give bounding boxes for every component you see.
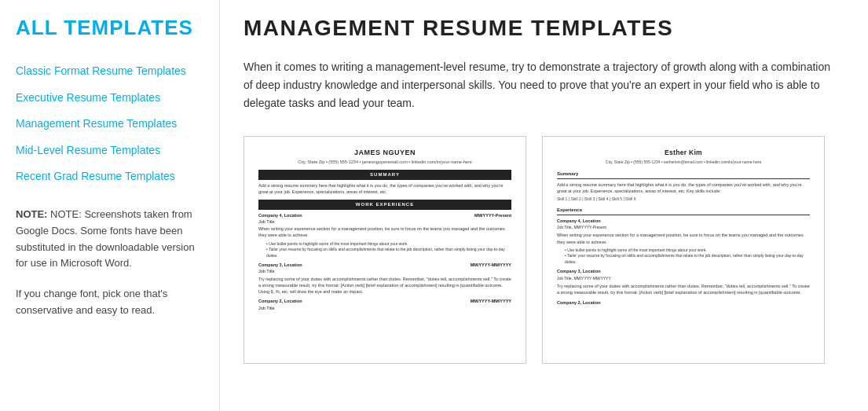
esther-name: Esther Kim [557,148,810,158]
james-job-0: Company 4, LocationJob Title MM/YYYY-Pre… [258,212,511,226]
template-card-james[interactable]: JAMES NGUYEN City, State Zip • (555) 555… [244,136,526,364]
james-job-2: Company 2, LocationJob Title MM/YYYY-MM/… [258,298,511,311]
sidebar-item-midlevel[interactable]: Mid-Level Resume Templates [16,143,203,159]
james-bullet-0: Use bullet points to highlight some of t… [266,241,511,248]
sidebar-link-classic[interactable]: Classic Format Resume Templates [16,64,203,79]
page-title: MANAGEMENT RESUME TEMPLATES [244,16,844,41]
esther-job-0: Company 4, Location [557,218,810,224]
sidebar-item-management[interactable]: Management Resume Templates [16,116,203,132]
sidebar-link-midlevel[interactable]: Mid-Level Resume Templates [16,143,203,159]
main-content: MANAGEMENT RESUME TEMPLATES When it come… [220,0,868,411]
sidebar-nav: Classic Format Resume Templates Executiv… [16,64,203,185]
sidebar-item-classic[interactable]: Classic Format Resume Templates [16,64,203,79]
esther-job-2: Company 2, Location [557,299,810,306]
esther-exp-body2: Try replacing some of your duties with a… [557,283,810,296]
esther-job0-company: Company 4, Location [557,218,601,224]
template-preview-james: JAMES NGUYEN City, State Zip • (555) 555… [244,137,526,363]
james-summary-text: Add a strong resume summary here that hi… [258,182,511,196]
sidebar-link-recentgrad[interactable]: Recent Grad Resume Templates [16,169,203,185]
sidebar-item-recentgrad[interactable]: Recent Grad Resume Templates [16,169,203,185]
esther-bullet-0: Use bullet points to highlight some of t… [565,248,810,254]
james-contact: City, State Zip • (555) 555-1234 • james… [258,159,511,165]
esther-summary-text: Add a strong resume summary here that hi… [557,182,810,195]
esther-job1-title: Job Title, MM/YYYY-MM/YYYY [557,276,810,282]
esther-exp-body: When writing your experience section for… [557,232,810,245]
james-job1-date: MM/YYYY-MM/YYYY [471,262,511,275]
james-bullet-1: Tailor your resume by focusing on skills… [266,247,511,259]
sidebar-link-executive[interactable]: Executive Resume Templates [16,90,203,106]
james-job1-company: Company 3, LocationJob Title [258,262,302,275]
page-description: When it comes to writing a management-le… [244,58,841,112]
sidebar-tip: If you change font, pick one that's cons… [16,286,203,319]
esther-summary-header: Summary [557,171,810,179]
esther-bullet-1: Tailor your resume by focusing on skills… [565,253,810,265]
template-preview-esther: Esther Kim City, State Zip • (555) 555-1… [543,137,824,363]
james-exp-header: WORK EXPERIENCE [258,200,511,210]
esther-job1-company: Company 3, Location [557,268,601,274]
james-summary-header: SUMMARY [258,170,511,180]
esther-job-1: Company 3, Location [557,268,810,274]
sidebar-title: ALL TEMPLATES [16,16,203,40]
sidebar: ALL TEMPLATES Classic Format Resume Temp… [0,0,220,411]
esther-skills: Skill 1 | Skill 2 | Skill 3 | Skill 4 | … [557,196,810,203]
sidebar-item-executive[interactable]: Executive Resume Templates [16,90,203,106]
james-job0-date: MM/YYYY-Present [474,212,511,226]
esther-exp-header: Experience [557,207,810,215]
sidebar-link-management[interactable]: Management Resume Templates [16,116,203,132]
james-job2-date: MM/YYYY-MM/YYYY [471,298,511,311]
esther-job2-company: Company 2, Location [557,299,601,306]
esther-contact: City, State Zip • (555) 555-1234 • esthe… [557,160,810,166]
james-job0-company: Company 4, LocationJob Title [258,212,302,226]
james-exp-body: When writing your experience section for… [258,226,511,239]
template-card-esther[interactable]: Esther Kim City, State Zip • (555) 555-1… [542,136,825,364]
james-job-1: Company 3, LocationJob Title MM/YYYY-MM/… [258,262,511,275]
templates-grid: JAMES NGUYEN City, State Zip • (555) 555… [244,136,844,364]
james-job2-company: Company 2, LocationJob Title [258,298,302,311]
james-name: JAMES NGUYEN [258,148,511,159]
esther-job0-title: Job Title, MM/YYYY-Present [557,225,810,231]
sidebar-note: NOTE: NOTE: Screenshots taken from Googl… [16,207,203,272]
james-exp-body2: Try replacing some of your duties with a… [258,276,511,295]
